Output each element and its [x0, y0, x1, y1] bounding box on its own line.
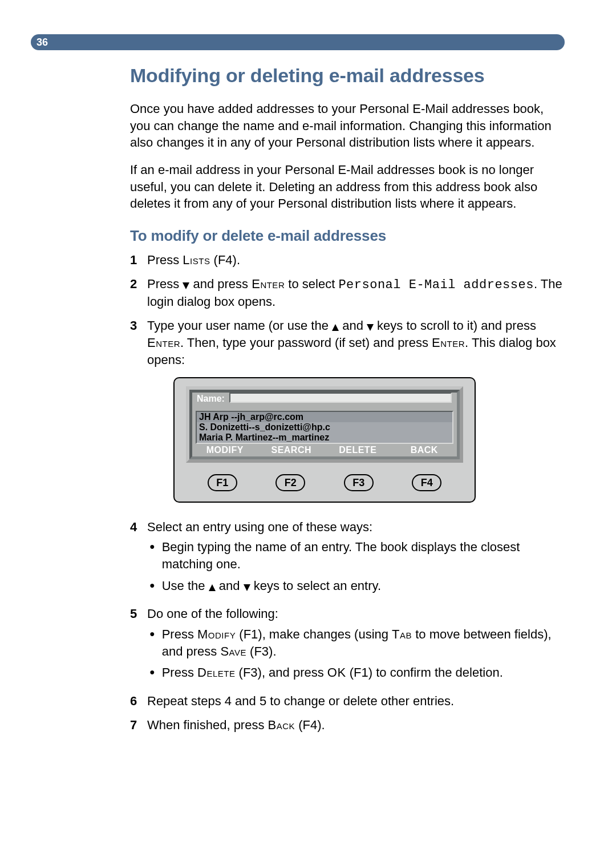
t: . Then, type your password (if set) and … — [180, 335, 432, 350]
step-6: 6 Repeat steps 4 and 5 to change or dele… — [130, 693, 565, 710]
t: Press Modify (F1), make changes (using T… — [162, 626, 565, 660]
softkey-modify: MODIFY — [192, 444, 259, 456]
arrow-down-icon — [244, 584, 250, 591]
step-1-num: 1 — [130, 252, 147, 269]
step-6-body: Repeat steps 4 and 5 to change or delete… — [147, 693, 565, 710]
t: keys to select an entry. — [250, 579, 381, 593]
t: When finished, press — [147, 718, 268, 732]
step-4-body: Select an entry using one of these ways:… — [147, 519, 565, 599]
t: Press — [162, 627, 197, 641]
device-screen: Name: JH Arp --jh_arp@rc.com S. Donizett… — [189, 390, 460, 459]
key-enter: Enter — [432, 335, 465, 350]
key-tab: Tab — [392, 627, 412, 641]
bullet: Begin typing the name of an entry. The b… — [147, 539, 565, 572]
key-lists: Lists — [183, 253, 210, 267]
step-5-body: Do one of the following: Press Modify (F… — [147, 605, 565, 686]
list-item: Maria P. Martinez--m_martinez — [197, 432, 452, 443]
t: Press — [147, 277, 183, 291]
arrow-down-icon — [367, 324, 374, 331]
step-2-body: Press and press Enter to select Personal… — [147, 276, 565, 310]
softkey-row: MODIFY SEARCH DELETE BACK — [192, 444, 457, 456]
name-field-row: Name: — [192, 393, 457, 410]
key-back: Back — [268, 718, 295, 732]
key-enter: Enter — [147, 335, 180, 350]
step-7: 7 When finished, press Back (F4). — [130, 717, 565, 734]
name-input — [229, 393, 452, 403]
fkey-f2: F2 — [275, 474, 305, 491]
step-3-num: 3 — [130, 317, 147, 511]
fkey-row: F1 F2 F3 F4 — [175, 463, 475, 502]
step-7-num: 7 — [130, 717, 147, 734]
step-7-body: When finished, press Back (F4). — [147, 717, 565, 734]
t: and — [216, 579, 244, 593]
step-5: 5 Do one of the following: Press Modify … — [130, 605, 565, 686]
bullet: Press Delete (F3), and press OK (F1) to … — [147, 664, 565, 681]
t: Type your user name (or use the — [147, 318, 332, 333]
key-delete: Delete — [197, 665, 235, 680]
t: to select — [285, 277, 338, 291]
step-1: 1 Press Lists (F4). — [130, 252, 565, 269]
t: (F4). — [295, 718, 325, 732]
fkey-f1: F1 — [208, 474, 237, 491]
step-2: 2 Press and press Enter to select Person… — [130, 276, 565, 310]
step-4-bullets: Begin typing the name of an entry. The b… — [147, 539, 565, 594]
t: keys to scroll to it) and press — [374, 318, 536, 333]
step-5-num: 5 — [130, 605, 147, 686]
step-3-body: Type your user name (or use the and keys… — [147, 317, 565, 511]
t: (F3), and press — [235, 665, 327, 680]
address-listbox: JH Arp --jh_arp@rc.com S. Donizetti--s_d… — [196, 411, 453, 444]
screen-text: Personal E-Mail addresses — [338, 278, 534, 292]
t: and press — [189, 277, 252, 291]
softkey-search: SEARCH — [259, 444, 326, 456]
arrow-up-icon — [332, 324, 339, 331]
page-header-bar: 36 — [31, 34, 565, 50]
device: Name: JH Arp --jh_arp@rc.com S. Donizett… — [173, 377, 476, 502]
t: Select an entry using one of these ways: — [147, 520, 372, 534]
t: (F4). — [210, 253, 240, 267]
key-save: Save — [220, 644, 246, 658]
list-item: JH Arp --jh_arp@rc.com — [197, 412, 452, 422]
steps-list: 1 Press Lists (F4). 2 Press and press En… — [130, 252, 565, 733]
t: (F1), make changes (using — [236, 627, 392, 641]
fkey-f3: F3 — [344, 474, 374, 491]
t: and — [339, 318, 367, 333]
bullet: Press Modify (F1), make changes (using T… — [147, 626, 565, 660]
list-item: S. Donizetti--s_donizetti@hp.c — [197, 422, 452, 432]
t: Press — [147, 253, 183, 267]
device-figure: Name: JH Arp --jh_arp@rc.com S. Donizett… — [173, 377, 565, 502]
step-5-bullets: Press Modify (F1), make changes (using T… — [147, 626, 565, 681]
intro-para-2: If an e-mail address in your Personal E-… — [130, 161, 565, 212]
key-modify: Modify — [197, 627, 236, 641]
step-3: 3 Type your user name (or use the and ke… — [130, 317, 565, 511]
page-content: Modifying or deleting e-mail addresses O… — [130, 63, 565, 740]
bullet: Use the and keys to select an entry. — [147, 577, 565, 595]
key-enter: Enter — [252, 277, 285, 291]
t: Press — [162, 665, 197, 680]
arrow-up-icon — [209, 584, 216, 591]
t: Do one of the following: — [147, 607, 278, 621]
heading-main: Modifying or deleting e-mail addresses — [130, 63, 565, 89]
t: Begin typing the name of an entry. The b… — [162, 539, 565, 572]
fkey-f4: F4 — [412, 474, 441, 491]
step-4-num: 4 — [130, 519, 147, 599]
step-4: 4 Select an entry using one of these way… — [130, 519, 565, 599]
arrow-down-icon — [183, 282, 189, 289]
step-1-body: Press Lists (F4). — [147, 252, 565, 269]
name-label: Name: — [196, 393, 226, 405]
t: (F1) to confirm the deletion. — [346, 665, 503, 680]
softkey-delete: DELETE — [325, 444, 392, 456]
t: Press Delete (F3), and press OK (F1) to … — [162, 664, 503, 681]
heading-sub: To modify or delete e-mail addresses — [130, 226, 565, 246]
step-2-num: 2 — [130, 276, 147, 310]
softkey-back: BACK — [392, 444, 457, 456]
t: Use the — [162, 579, 209, 593]
key-ok: OK — [327, 665, 346, 680]
t: Use the and keys to select an entry. — [162, 577, 381, 595]
page-number: 36 — [37, 34, 48, 50]
intro-para-1: Once you have added addresses to your Pe… — [130, 100, 565, 151]
device-bezel: Name: JH Arp --jh_arp@rc.com S. Donizett… — [186, 386, 463, 462]
t: (F3). — [246, 644, 277, 658]
step-6-num: 6 — [130, 693, 147, 710]
